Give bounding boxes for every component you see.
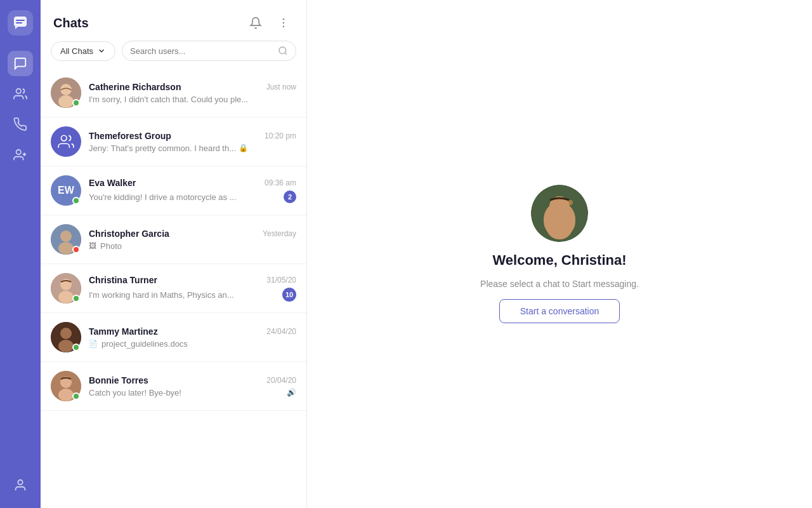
- svg-point-20: [58, 291, 74, 304]
- unread-badge-5: 10: [282, 288, 296, 302]
- avatar-wrap-4: [51, 224, 81, 255]
- chat-preview-6: 📄 project_guidelines.docs: [89, 339, 296, 349]
- chat-name-3: Eva Walker: [89, 178, 136, 188]
- svg-point-27: [531, 185, 588, 242]
- svg-point-17: [58, 242, 74, 255]
- photo-icon-4: 🖼: [89, 241, 96, 250]
- chat-info-2: Themeforest Group 10:20 pm Jeny: That's …: [89, 131, 296, 153]
- chat-panel: Chats All Chats: [41, 0, 307, 508]
- chat-preview-2: Jeny: That's pretty common. I heard th..…: [89, 144, 296, 153]
- chat-time-1: Just now: [266, 83, 296, 91]
- avatar-wrap-1: [51, 77, 81, 108]
- chat-time-4: Yesterday: [263, 229, 296, 238]
- nav-contacts[interactable]: [8, 142, 33, 168]
- filter-dropdown[interactable]: All Chats: [51, 41, 115, 61]
- svg-point-6: [283, 18, 285, 20]
- svg-point-16: [60, 231, 72, 242]
- svg-point-30: [554, 203, 558, 206]
- welcome-title: Welcome, Christina!: [492, 252, 626, 269]
- svg-point-7: [283, 22, 285, 24]
- group-avatar-2: [51, 126, 81, 157]
- welcome-avatar-image: [531, 185, 588, 242]
- welcome-avatar: [531, 185, 588, 242]
- svg-point-5: [18, 480, 22, 485]
- lock-icon-2: 🔒: [239, 144, 248, 152]
- chat-info-6: Tammy Martinez 24/04/20 📄 project_guidel…: [89, 326, 296, 349]
- nav-calls[interactable]: [8, 112, 33, 137]
- chat-name-7: Bonnie Torres: [89, 375, 148, 385]
- welcome-subtitle: Please select a chat to Start messaging.: [480, 279, 639, 289]
- main-content: Welcome, Christina! Please select a chat…: [307, 0, 812, 508]
- more-options-button[interactable]: [273, 13, 294, 33]
- chat-panel-header: Chats: [41, 0, 306, 41]
- chat-info-4: Christopher Garcia Yesterday 🖼 Photo: [89, 229, 296, 251]
- chat-item-1[interactable]: Catherine Richardson Just now I'm sorry,…: [41, 69, 306, 117]
- chat-item-4[interactable]: Christopher Garcia Yesterday 🖼 Photo: [41, 215, 306, 264]
- chat-name-row-6: Tammy Martinez 24/04/20: [89, 326, 296, 337]
- svg-point-14: [61, 135, 67, 141]
- chat-name-row-3: Eva Walker 09:36 am: [89, 178, 296, 188]
- chat-name-row-1: Catherine Richardson Just now: [89, 82, 296, 92]
- chat-info-1: Catherine Richardson Just now I'm sorry,…: [89, 82, 296, 104]
- page-title: Chats: [53, 16, 89, 30]
- chat-name-row-4: Christopher Garcia Yesterday: [89, 229, 296, 239]
- avatar-wrap-3: EW: [51, 175, 81, 206]
- svg-point-22: [60, 328, 72, 339]
- sidebar: [0, 0, 41, 508]
- chat-preview-5: I'm working hard in Maths, Physics an...…: [89, 288, 296, 302]
- svg-point-23: [58, 340, 74, 352]
- search-input[interactable]: [130, 46, 273, 56]
- avatar-wrap-7: [51, 371, 81, 401]
- nav-chats[interactable]: [8, 51, 33, 76]
- svg-point-29: [547, 217, 572, 239]
- chevron-down-icon: [97, 46, 106, 55]
- online-dot-4: [72, 246, 80, 253]
- app-logo[interactable]: [8, 10, 33, 36]
- chat-preview-4: 🖼 Photo: [89, 241, 296, 251]
- chat-preview-7: Catch you later! Bye-bye! 🔊: [89, 388, 296, 398]
- chat-item-5[interactable]: Christina Turner 31/05/20 I'm working ha…: [41, 264, 306, 313]
- header-actions: [246, 13, 294, 33]
- online-dot-3: [72, 197, 80, 204]
- svg-point-13: [58, 95, 74, 108]
- chat-name-row-5: Christina Turner 31/05/20: [89, 275, 296, 285]
- svg-point-2: [16, 150, 21, 154]
- svg-point-26: [58, 389, 74, 401]
- nav-group-chats[interactable]: [8, 81, 33, 107]
- svg-point-8: [283, 26, 285, 28]
- chat-time-6: 24/04/20: [266, 327, 296, 336]
- chat-preview-3: You're kidding! I drive a motorcycle as …: [89, 190, 296, 203]
- start-conversation-button[interactable]: Start a conversation: [499, 299, 620, 323]
- online-dot-7: [72, 392, 80, 400]
- filter-label: All Chats: [60, 46, 93, 56]
- svg-line-10: [285, 53, 287, 55]
- search-box: [122, 41, 296, 61]
- chat-info-7: Bonnie Torres 20/04/20 Catch you later! …: [89, 375, 296, 398]
- chat-name-6: Tammy Martinez: [89, 326, 158, 337]
- online-dot-6: [72, 344, 80, 351]
- chat-name-4: Christopher Garcia: [89, 229, 169, 239]
- svg-point-9: [279, 47, 286, 54]
- avatar-wrap-6: [51, 322, 81, 352]
- avatar-initials-3: EW: [58, 185, 74, 196]
- chat-item-3[interactable]: EW Eva Walker 09:36 am You're kidding! I…: [41, 166, 306, 215]
- chat-time-7: 20/04/20: [266, 376, 296, 385]
- nav-profile[interactable]: [8, 472, 33, 498]
- chat-time-2: 10:20 pm: [265, 131, 296, 140]
- chat-name-2: Themeforest Group: [89, 131, 171, 141]
- notifications-button[interactable]: [246, 13, 266, 33]
- svg-rect-0: [14, 17, 27, 27]
- online-dot-1: [72, 99, 80, 107]
- chat-time-5: 31/05/20: [266, 276, 296, 284]
- avatar-wrap-5: [51, 273, 81, 304]
- chat-name-5: Christina Turner: [89, 275, 157, 285]
- chat-item-2[interactable]: Themeforest Group 10:20 pm Jeny: That's …: [41, 117, 306, 166]
- tick-icon-7: 🔊: [287, 388, 296, 397]
- chat-time-3: 09:36 am: [265, 178, 296, 187]
- chat-item-7[interactable]: Bonnie Torres 20/04/20 Catch you later! …: [41, 362, 306, 411]
- chat-item-6[interactable]: Tammy Martinez 24/04/20 📄 project_guidel…: [41, 313, 306, 362]
- welcome-section: Welcome, Christina! Please select a chat…: [480, 185, 639, 323]
- chat-name-row-2: Themeforest Group 10:20 pm: [89, 131, 296, 141]
- online-dot-5: [72, 295, 80, 302]
- chat-list: Catherine Richardson Just now I'm sorry,…: [41, 69, 306, 508]
